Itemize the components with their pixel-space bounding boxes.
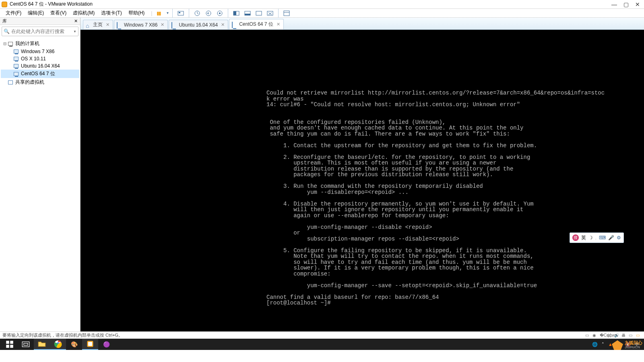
- start-button[interactable]: [2, 339, 18, 350]
- device-usb-icon[interactable]: ψ: [607, 333, 613, 338]
- tree-vm-centos[interactable]: CentOS 64 7 位: [1, 70, 79, 78]
- vm-icon: [117, 22, 118, 29]
- svg-rect-17: [10, 345, 13, 348]
- menu-file[interactable]: 文件(F): [2, 9, 25, 17]
- unity-button[interactable]: [265, 8, 275, 18]
- ime-keyboard-icon[interactable]: ⌨: [599, 235, 606, 241]
- fit-guest-button[interactable]: [231, 8, 241, 18]
- svg-rect-23: [88, 342, 92, 346]
- windows-taskbar: 🎨 🟣 🌐 ˄ ▲ 🖧 🔇 中: [0, 339, 644, 350]
- vm-console[interactable]: Could not retrieve mirrorlist http://mir…: [80, 30, 644, 331]
- vm-icon: [14, 64, 19, 68]
- send-ctrl-alt-del-button[interactable]: [176, 8, 186, 18]
- tray-chevron-up-icon[interactable]: ˄: [602, 342, 604, 347]
- fox-icon: [612, 340, 623, 350]
- tray-globe-icon[interactable]: 🌐: [592, 342, 598, 347]
- svg-rect-18: [22, 342, 29, 347]
- vm-icon: [14, 49, 19, 53]
- svg-rect-1: [179, 12, 180, 13]
- ime-moon-icon[interactable]: ☽: [588, 235, 593, 241]
- window-title: CentOS 64 7 位 - VMware Workstation: [10, 1, 611, 8]
- svg-rect-15: [10, 341, 13, 344]
- tab-windows7[interactable]: Windows 7 X86 ✕: [114, 20, 168, 29]
- menu-vm[interactable]: 虚拟机(M): [70, 9, 98, 17]
- tree-vm-windows7[interactable]: Windows 7 X86: [1, 48, 79, 55]
- fullscreen-button[interactable]: [254, 8, 264, 18]
- home-icon: [86, 23, 91, 27]
- maximize-button[interactable]: ▢: [623, 2, 629, 7]
- svg-rect-12: [284, 11, 289, 16]
- device-display-icon[interactable]: ▭: [629, 333, 634, 338]
- library-sidebar: 库 ✕ 🔍 ▼ ⊟ 我的计算机 Windows 7 X86 OS X 10.11: [0, 18, 80, 331]
- device-hdd-icon[interactable]: ▭: [585, 333, 591, 338]
- statusbar: 要将输入定向到该虚拟机，请在虚拟机内部单击或按 Ctrl+G。 ▭ ◉ �Соф…: [0, 331, 644, 339]
- host-icon: [8, 42, 13, 46]
- power-dropdown[interactable]: ▼: [166, 11, 169, 15]
- revert-snapshot-button[interactable]: [204, 8, 213, 18]
- vm-tabbar: 主页 ✕ Windows 7 X86 ✕ Ubuntu 16.04 X64 ✕ …: [80, 18, 644, 30]
- taskbar-vmware[interactable]: [82, 339, 98, 350]
- search-dropdown[interactable]: ▼: [73, 30, 76, 33]
- show-library-button[interactable]: [282, 8, 291, 18]
- manage-snapshots-button[interactable]: [215, 8, 225, 18]
- library-header: 库: [2, 18, 7, 24]
- taskbar-paint[interactable]: 🎨: [66, 339, 82, 350]
- task-view-button[interactable]: [18, 339, 34, 350]
- svg-point-5: [219, 12, 221, 14]
- vm-icon: [171, 22, 172, 29]
- ime-lang[interactable]: 英: [581, 234, 586, 241]
- device-net-icon[interactable]: �София: [600, 333, 605, 338]
- tab-centos[interactable]: CentOS 64 7 位 ✕: [229, 19, 284, 29]
- device-sound-icon[interactable]: 🔊: [614, 333, 620, 338]
- taskbar-chrome[interactable]: [50, 339, 66, 350]
- ime-toolbar[interactable]: 搜 英 ☽ , ⌨ 🎤 ⚙: [570, 232, 624, 243]
- device-printer-icon[interactable]: 🖶: [621, 333, 627, 338]
- device-message-icon[interactable]: ▭: [636, 333, 642, 338]
- status-hint: 要将输入定向到该虚拟机，请在虚拟机内部单击或按 Ctrl+G。: [2, 332, 123, 338]
- svg-rect-16: [6, 345, 9, 348]
- watermark: 九狐问心 JiuHuCN: [612, 340, 642, 350]
- menu-help[interactable]: 帮助(H): [125, 9, 148, 17]
- menubar: 文件(F) 编辑(E) 查看(V) 虚拟机(M) 选项卡(T) 帮助(H) | …: [0, 9, 644, 18]
- app-icon: [2, 2, 7, 7]
- menu-edit[interactable]: 编辑(E): [25, 9, 47, 17]
- tab-close-button[interactable]: ✕: [106, 22, 109, 27]
- close-button[interactable]: ✕: [635, 2, 640, 7]
- window-titlebar: CentOS 64 7 位 - VMware Workstation — ▢ ✕: [0, 0, 644, 9]
- tree-shared-vms[interactable]: 共享的虚拟机: [1, 78, 79, 86]
- minimize-button[interactable]: —: [611, 2, 617, 7]
- tree-vm-osx[interactable]: OS X 10.11: [1, 55, 79, 62]
- pause-button[interactable]: ▮▮: [154, 8, 163, 18]
- vm-icon: [14, 57, 19, 61]
- menu-tabs[interactable]: 选项卡(T): [98, 9, 125, 17]
- svg-rect-19: [24, 343, 28, 346]
- snapshot-button[interactable]: [192, 8, 202, 18]
- search-icon: 🔍: [4, 29, 10, 34]
- terminal-output: Could not retrieve mirrorlist http://mir…: [266, 90, 605, 306]
- tab-close-button[interactable]: ✕: [277, 22, 280, 27]
- svg-rect-7: [233, 11, 236, 15]
- menu-view[interactable]: 查看(V): [47, 9, 70, 17]
- library-tree: ⊟ 我的计算机 Windows 7 X86 OS X 10.11 Ubuntu …: [0, 38, 80, 331]
- taskbar-app[interactable]: 🟣: [98, 339, 114, 350]
- console-view-button[interactable]: [243, 8, 252, 18]
- library-search[interactable]: 🔍 ▼: [2, 27, 78, 36]
- tree-vm-ubuntu[interactable]: Ubuntu 16.04 X64: [1, 62, 79, 70]
- svg-rect-14: [6, 341, 9, 344]
- library-close-button[interactable]: ✕: [74, 19, 78, 24]
- tab-close-button[interactable]: ✕: [221, 22, 225, 27]
- ime-mic-icon[interactable]: 🎤: [608, 235, 614, 241]
- tree-root-my-computer[interactable]: ⊟ 我的计算机: [1, 39, 79, 48]
- tab-home[interactable]: 主页 ✕: [83, 20, 113, 29]
- tab-ubuntu[interactable]: Ubuntu 16.04 X64 ✕: [169, 20, 228, 29]
- svg-rect-10: [256, 11, 262, 15]
- device-cd-icon[interactable]: ◉: [592, 333, 598, 338]
- status-device-icons: ▭ ◉ �София ψ 🔊 🖶 ▭ ▭: [585, 333, 642, 338]
- vm-icon: [232, 22, 233, 28]
- tab-close-button[interactable]: ✕: [161, 22, 164, 27]
- vm-icon: [14, 72, 19, 76]
- ime-gear-icon[interactable]: ⚙: [617, 235, 621, 241]
- taskbar-explorer[interactable]: [34, 339, 50, 350]
- ime-logo-icon: 搜: [572, 234, 579, 241]
- search-input[interactable]: [11, 29, 73, 34]
